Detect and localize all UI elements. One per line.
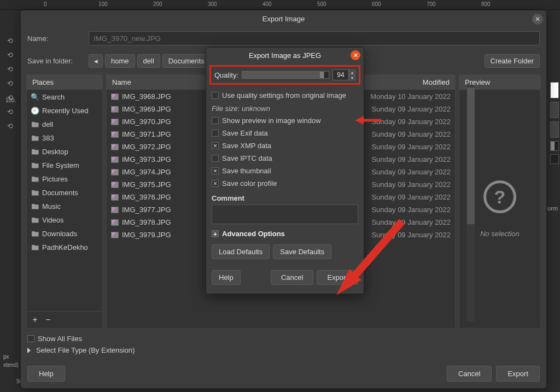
quality-highlight: Quality: ▲▼ — [209, 65, 360, 85]
show-preview-checkbox[interactable]: Show preview in image window — [212, 114, 358, 127]
file-date: Monday 10 January 2022 — [370, 92, 451, 101]
help-button[interactable]: Help — [27, 366, 65, 382]
folder-icon — [31, 135, 39, 142]
places-item-label: Recently Used — [42, 107, 89, 115]
save-exif-checkbox[interactable]: Save Exif data — [212, 127, 358, 139]
image-thumbnail-icon — [111, 93, 119, 100]
places-item[interactable]: PadhKeDekho — [27, 241, 102, 254]
select-file-type-expander[interactable]: Select File Type (By Extension) — [27, 344, 540, 356]
quality-slider[interactable] — [242, 71, 329, 79]
use-original-quality-checkbox[interactable]: Use quality settings from original image — [212, 89, 358, 102]
dock-swatch[interactable] — [550, 141, 559, 151]
quality-spinbox[interactable]: ▲▼ — [332, 69, 355, 80]
advanced-options-expander[interactable]: + Advanced Options — [212, 224, 358, 241]
places-item[interactable]: Pictures — [27, 172, 102, 186]
dock-swatch[interactable] — [550, 102, 559, 118]
save-xmp-checkbox[interactable]: Save XMP data — [212, 139, 358, 152]
filesize-text: File size: unknown — [212, 102, 358, 114]
places-item[interactable]: Documents — [27, 186, 102, 200]
checkbox-icon — [212, 117, 219, 124]
places-item-label: Search — [42, 93, 65, 101]
tool-icon[interactable]: ⟲ — [1, 34, 19, 47]
show-all-files-checkbox[interactable]: Show All Files — [27, 333, 540, 344]
file-name: IMG_3969.JPG — [122, 105, 171, 113]
places-item[interactable]: File System — [27, 159, 102, 172]
places-item[interactable]: Downloads — [27, 227, 102, 241]
left-toolbar: ⟲ ⟲ ⟲ ⟲ ⟲ ⟲ ⟲ — [0, 33, 21, 133]
file-name: IMG_3971.JPG — [122, 130, 171, 138]
tool-icon[interactable]: ⟲ — [1, 77, 19, 90]
save-defaults-button[interactable]: Save Defaults — [273, 244, 331, 259]
places-item[interactable]: 383 — [27, 131, 102, 145]
folder-icon — [31, 203, 39, 210]
save-iptc-checkbox[interactable]: Save IPTC data — [212, 152, 358, 165]
ruler-mark-left: 100. — [5, 97, 16, 103]
folder-icon — [31, 162, 39, 169]
right-dock — [549, 82, 560, 164]
load-defaults-button[interactable]: Load Defaults — [212, 244, 270, 259]
cancel-button[interactable]: Cancel — [447, 366, 492, 382]
places-item[interactable]: dell — [27, 118, 102, 131]
folder-icon — [31, 190, 39, 196]
save-color-profile-checkbox[interactable]: Save color profile — [212, 177, 358, 190]
file-name: IMG_3975.JPG — [122, 180, 171, 189]
close-icon[interactable]: ✕ — [532, 14, 543, 25]
canvas-ruler: 0 100 200 300 400 500 600 700 800 — [0, 0, 560, 10]
image-thumbnail-icon — [111, 144, 119, 150]
jpeg-export-button[interactable]: Export — [317, 270, 358, 285]
places-item[interactable]: 🕘Recently Used — [27, 104, 102, 118]
spin-down-icon[interactable]: ▼ — [349, 75, 355, 80]
places-panel: Places 🔍Search🕘Recently Useddell383Deskt… — [26, 74, 103, 329]
jpeg-cancel-button[interactable]: Cancel — [271, 270, 313, 285]
quality-input[interactable] — [332, 69, 349, 80]
breadcrumb-item[interactable]: home — [105, 54, 135, 68]
file-date: Sunday 09 January 2022 — [371, 155, 451, 163]
places-item[interactable]: Music — [27, 200, 102, 213]
close-icon[interactable]: ✕ — [351, 50, 360, 60]
tool-icon[interactable]: ⟲ — [1, 48, 19, 61]
tool-icon[interactable]: ⟲ — [1, 105, 19, 118]
breadcrumb-back-icon[interactable]: ◂ — [89, 54, 103, 68]
places-item-label: Music — [42, 202, 61, 210]
dock-swatch[interactable] — [550, 121, 559, 138]
image-thumbnail-icon — [111, 232, 119, 238]
image-thumbnail-icon — [111, 131, 119, 138]
folder-icon — [31, 244, 39, 251]
breadcrumb-item[interactable]: Documents — [162, 54, 211, 68]
export-button[interactable]: Export — [496, 366, 540, 382]
clock-icon: 🕘 — [31, 108, 39, 114]
comment-textarea[interactable] — [212, 204, 358, 224]
remove-bookmark-button[interactable]: − — [43, 315, 53, 325]
jpeg-help-button[interactable]: Help — [212, 270, 241, 285]
tool-icon[interactable]: ⟲ — [1, 119, 19, 132]
add-bookmark-button[interactable]: + — [30, 315, 40, 325]
spin-up-icon[interactable]: ▲ — [349, 69, 355, 75]
question-icon: ? — [483, 180, 516, 213]
image-thumbnail-icon — [111, 169, 119, 175]
places-item[interactable]: Desktop — [27, 145, 102, 159]
files-scrollbar[interactable] — [467, 85, 475, 321]
filename-input[interactable] — [89, 31, 540, 45]
dock-swatch[interactable] — [550, 82, 559, 98]
places-item[interactable]: Videos — [27, 213, 102, 227]
export-jpeg-dialog: Export Image as JPEG ✕ Quality: ▲▼ Use q… — [206, 47, 364, 294]
image-thumbnail-icon — [111, 119, 119, 125]
image-thumbnail-icon — [111, 106, 119, 113]
save-thumbnail-checkbox[interactable]: Save thumbnail — [212, 165, 358, 177]
file-date: Sunday 09 January 2022 — [371, 231, 451, 239]
file-date: Sunday 09 January 2022 — [371, 218, 451, 226]
places-item-label: Documents — [42, 189, 78, 197]
file-date: Sunday 09 January 2022 — [371, 206, 451, 214]
file-name: IMG_3978.JPG — [122, 218, 171, 226]
places-item[interactable]: 🔍Search — [27, 90, 102, 104]
tool-icon[interactable]: ⟲ — [1, 62, 19, 75]
create-folder-button[interactable]: Create Folder — [485, 54, 540, 68]
breadcrumb-item[interactable]: dell — [137, 54, 160, 68]
preview-text: No selection — [480, 230, 520, 238]
dock-swatch[interactable] — [550, 154, 559, 164]
folder-icon — [31, 149, 39, 155]
checkbox-icon — [212, 130, 219, 137]
checkbox-icon — [212, 155, 219, 162]
places-header: Places — [27, 75, 102, 90]
jpeg-titlebar: Export Image as JPEG ✕ — [206, 48, 364, 63]
